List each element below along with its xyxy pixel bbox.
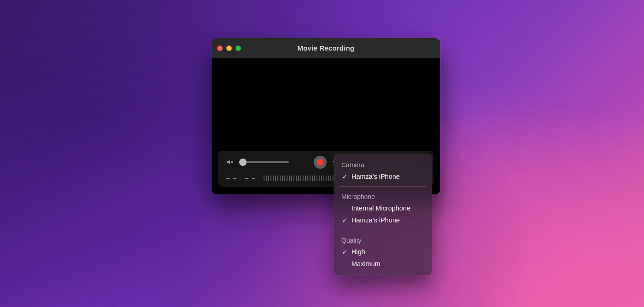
zoom-window-button[interactable]	[236, 45, 241, 51]
menu-item-label: Hamza's iPhone	[351, 216, 400, 224]
menu-item-label: High	[351, 248, 365, 256]
checkmark-icon: ✓	[341, 217, 348, 224]
titlebar[interactable]: Movie Recording	[212, 38, 440, 58]
menu-section-quality: Quality	[334, 234, 432, 246]
menu-separator	[339, 186, 426, 187]
elapsed-time: – – : – –	[226, 175, 256, 182]
menu-section-camera: Camera	[334, 159, 432, 171]
menu-item-label: Hamza's iPhone	[351, 173, 400, 180]
menu-separator	[339, 230, 426, 230]
recording-options-menu: Camera ✓ Hamza's iPhone Microphone ✓ Int…	[334, 154, 432, 275]
checkmark-icon: ✓	[341, 249, 348, 256]
record-button[interactable]	[314, 156, 327, 169]
menu-item-camera-hamzas-iphone[interactable]: ✓ Hamza's iPhone	[334, 171, 432, 182]
volume-slider[interactable]	[239, 161, 289, 163]
menu-item-mic-internal[interactable]: ✓ Internal Microphone	[334, 202, 432, 214]
menu-item-label: Maximum	[351, 260, 380, 267]
checkmark-icon: ✓	[341, 173, 348, 180]
window-controls	[217, 45, 241, 51]
minimize-window-button[interactable]	[226, 45, 232, 51]
close-window-button[interactable]	[217, 45, 223, 51]
menu-item-quality-maximum[interactable]: ✓ Maximum	[334, 258, 432, 270]
menu-item-label: Internal Microphone	[351, 205, 410, 212]
volume-muted-icon	[226, 159, 234, 166]
menu-section-microphone: Microphone	[334, 190, 432, 202]
record-icon	[317, 159, 323, 165]
volume-slider-thumb[interactable]	[239, 159, 247, 166]
menu-item-mic-hamzas-iphone[interactable]: ✓ Hamza's iPhone	[334, 214, 432, 226]
window-title: Movie Recording	[298, 44, 355, 52]
menu-item-quality-high[interactable]: ✓ High	[334, 246, 432, 258]
